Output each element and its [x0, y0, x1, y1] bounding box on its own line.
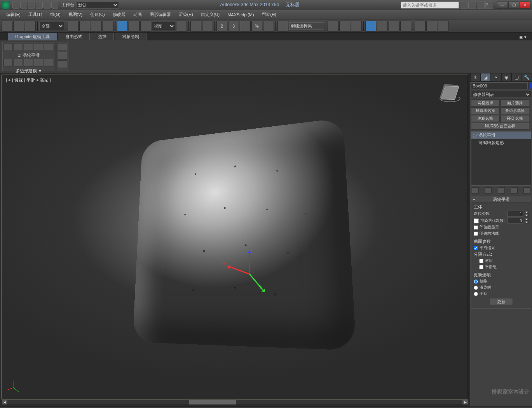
menu-animation[interactable]: 动画	[129, 10, 146, 19]
modifier-stack[interactable]: 涡轮平滑 可编辑多边形	[471, 131, 531, 186]
tab-create-icon[interactable]: ✳	[470, 73, 481, 82]
angle-snap-icon[interactable]	[240, 21, 251, 31]
select-rotate-icon[interactable]	[129, 21, 140, 31]
by-material-checkbox[interactable]	[479, 259, 483, 263]
tab-modify-icon[interactable]: ◢	[481, 73, 491, 82]
render-setup-icon[interactable]	[415, 21, 426, 31]
viewcube[interactable]	[439, 82, 461, 104]
poly-border-icon[interactable]	[24, 43, 33, 51]
comm-center-icon[interactable]	[468, 2, 476, 9]
tab-utilities-icon[interactable]: 🔧	[522, 73, 532, 82]
snap-2d-icon[interactable]: 2	[216, 21, 227, 31]
sel-nurbs[interactable]: NURBS 曲面选择	[471, 123, 529, 130]
qat-undo-icon[interactable]	[36, 2, 43, 9]
select-scale-icon[interactable]	[140, 21, 151, 31]
bind-icon[interactable]	[25, 21, 36, 31]
edit-named-sel-icon[interactable]	[277, 21, 288, 31]
sel-poly[interactable]: 多边形选择	[501, 107, 529, 114]
menu-create[interactable]: 创建(C)	[86, 10, 108, 19]
qat-save-icon[interactable]	[28, 2, 35, 9]
configure-sets-icon[interactable]	[523, 187, 530, 194]
always-radio[interactable]	[474, 279, 478, 284]
tab-motion-icon[interactable]: ◉	[501, 73, 512, 82]
search-icon[interactable]	[460, 2, 467, 9]
scroll-right-icon[interactable]: ▶	[462, 400, 468, 405]
gr-btn2[interactable]	[14, 59, 23, 66]
gr-btn5[interactable]	[44, 59, 53, 66]
rollout-header[interactable]: 涡轮平滑	[471, 196, 531, 202]
manually-radio[interactable]	[474, 292, 478, 296]
select-region-icon[interactable]	[91, 21, 102, 31]
material-editor-icon[interactable]	[400, 21, 411, 31]
gr-side2[interactable]	[58, 52, 67, 59]
gr-btn3[interactable]	[24, 59, 33, 66]
align-icon[interactable]	[339, 21, 350, 31]
mirror-icon[interactable]	[328, 21, 338, 31]
percent-snap-icon[interactable]: %	[251, 21, 262, 31]
sel-mesh[interactable]: 网格选择	[471, 99, 500, 106]
curve-editor-icon[interactable]	[377, 21, 388, 31]
object-name-field[interactable]	[471, 82, 528, 89]
menu-views[interactable]: 视图(V)	[65, 10, 87, 19]
when-render-radio[interactable]	[474, 286, 478, 290]
mesh-object[interactable]: x y z	[126, 124, 344, 342]
smooth-result-checkbox[interactable]	[474, 246, 478, 250]
spinner-snap-icon[interactable]	[263, 21, 274, 31]
iterations-down-icon[interactable]: ▼	[525, 214, 529, 217]
qat-open-icon[interactable]	[20, 2, 27, 9]
select-object-icon[interactable]	[68, 21, 78, 31]
poly-face-icon[interactable]	[34, 43, 43, 51]
tab-freeform[interactable]: 自由形式	[58, 33, 90, 40]
render-icon[interactable]	[438, 21, 449, 31]
maximize-button[interactable]: ▢	[508, 2, 519, 9]
window-crossing-icon[interactable]	[103, 21, 113, 31]
iterations-up-icon[interactable]: ▲	[525, 211, 529, 214]
link-icon[interactable]	[2, 21, 12, 31]
tab-object-paint[interactable]: 对象绘制	[115, 33, 147, 40]
poly-edge-icon[interactable]	[14, 43, 23, 51]
pivot-icon[interactable]	[176, 21, 187, 31]
layers-icon[interactable]	[351, 21, 362, 31]
poly-element-icon[interactable]	[44, 43, 53, 51]
isoline-checkbox[interactable]	[474, 225, 478, 230]
render-frame-icon[interactable]	[426, 21, 437, 31]
eye-icon[interactable]	[473, 134, 477, 138]
help-icon[interactable]: ?	[485, 2, 493, 9]
menu-rendering[interactable]: 渲染(R)	[175, 10, 197, 19]
ribbon-collapse-icon[interactable]: ▣ ▾	[517, 34, 529, 40]
ref-coord-system[interactable]: 视图	[152, 22, 175, 30]
unlink-icon[interactable]	[13, 21, 24, 31]
menu-grapheditors[interactable]: 图形编辑器	[146, 10, 175, 19]
close-button[interactable]: ✕	[520, 2, 530, 9]
make-unique-icon[interactable]	[498, 187, 505, 194]
menu-group[interactable]: 组(G)	[46, 10, 65, 19]
qat-link-icon[interactable]	[51, 2, 58, 9]
modifier-label[interactable]: 1: 涡轮平滑	[3, 52, 54, 59]
gr-side1[interactable]	[58, 43, 67, 51]
select-name-icon[interactable]	[79, 21, 90, 31]
render-iters-checkbox[interactable]	[474, 218, 479, 223]
snap-3d-icon[interactable]: 3	[228, 21, 239, 31]
manipulate-icon[interactable]	[190, 21, 201, 31]
sel-ffd[interactable]: FFD 选择	[501, 115, 529, 122]
search-input[interactable]	[401, 2, 459, 9]
gr-btn1[interactable]	[3, 59, 13, 66]
sel-spline[interactable]: 样条线选择	[471, 107, 500, 114]
show-end-icon[interactable]	[485, 187, 492, 194]
explicit-normals-checkbox[interactable]	[474, 232, 478, 236]
minimize-button[interactable]: —	[497, 2, 508, 9]
selection-filter[interactable]: 全部	[39, 22, 64, 30]
sel-volume[interactable]: 体积选择	[471, 115, 500, 122]
render-iters-spinner[interactable]: 0	[508, 218, 523, 224]
menu-tools[interactable]: 工具(T)	[24, 10, 46, 19]
menu-modifiers[interactable]: 修改器	[109, 10, 129, 19]
scroll-left-icon[interactable]: ◀	[2, 400, 7, 405]
app-icon[interactable]	[2, 1, 10, 9]
tab-selection[interactable]: 选择	[91, 33, 114, 40]
qat-redo-icon[interactable]	[44, 2, 51, 9]
by-smgroup-checkbox[interactable]	[479, 265, 483, 269]
viewport-label[interactable]: [ + ] 透视 [ 平滑 + 高光 ]	[6, 77, 51, 83]
iterations-spinner[interactable]: 1	[508, 211, 523, 217]
gr-btn4[interactable]	[34, 59, 43, 66]
viewport-scrollbar[interactable]: ◀ ▶	[2, 399, 468, 405]
